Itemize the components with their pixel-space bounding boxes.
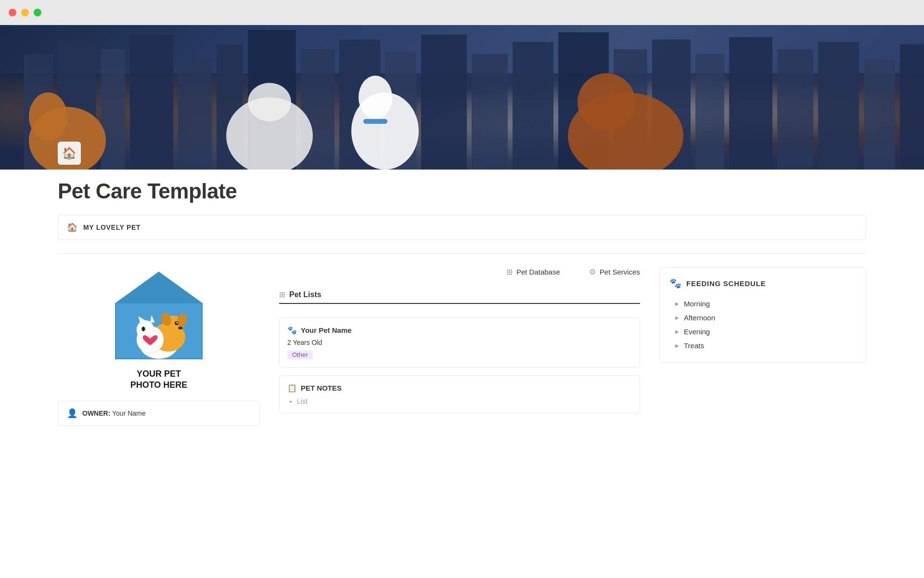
pet-card-age: 2 Years Old <box>287 339 632 346</box>
three-col-layout: YOUR PET PHOTO HERE 👤 OWNER: Your Name ⊞… <box>58 267 866 426</box>
nav-bar: 🏠 MY LOVELY PET <box>58 215 866 240</box>
feeding-arrow-morning: ▶ <box>675 301 679 306</box>
pet-photo-label: YOUR PET PHOTO HERE <box>130 368 188 391</box>
pet-card-icon: 🐾 <box>287 326 297 335</box>
svg-rect-13 <box>513 42 553 170</box>
feeding-arrow-treats: ▶ <box>675 343 679 348</box>
svg-rect-18 <box>729 37 772 170</box>
feeding-item-morning[interactable]: ▶ Morning <box>669 297 856 311</box>
pet-lists-title: Pet Lists <box>289 290 321 299</box>
svg-rect-17 <box>695 54 724 170</box>
svg-rect-21 <box>864 59 895 170</box>
svg-point-31 <box>578 73 635 131</box>
svg-point-40 <box>177 322 178 324</box>
feeding-item-treats[interactable]: ▶ Treats <box>669 339 856 353</box>
nav-label: MY LOVELY PET <box>83 223 141 231</box>
feeding-items-list: ▶ Morning ▶ Afternoon ▶ Evening ▶ Treats <box>669 297 856 353</box>
minimize-button[interactable] <box>21 9 29 16</box>
pet-card-name[interactable]: Your Pet Name <box>301 326 352 334</box>
pet-lists-header: ⊞ Pet Lists <box>279 290 640 304</box>
feeding-label-treats: Treats <box>684 342 704 350</box>
left-column: YOUR PET PHOTO HERE 👤 OWNER: Your Name <box>58 267 260 426</box>
svg-rect-12 <box>472 54 508 170</box>
svg-rect-3 <box>101 49 125 170</box>
right-column: 🐾 FEEDING SCHEDULE ▶ Morning ▶ Afternoon… <box>659 267 866 363</box>
pet-notes-icon: 📋 <box>287 383 297 393</box>
svg-rect-20 <box>818 42 859 170</box>
pet-database-link[interactable]: ⊞ Pet Database <box>506 267 560 276</box>
services-link-label: Pet Services <box>600 268 640 276</box>
nav-home-icon: 🏠 <box>67 222 77 233</box>
feeding-schedule-card: 🐾 FEEDING SCHEDULE ▶ Morning ▶ Afternoon… <box>659 267 866 363</box>
svg-rect-11 <box>421 35 467 170</box>
pet-notes-list: List <box>287 397 632 405</box>
page-title: Pet Care Template <box>58 179 866 203</box>
section-divider <box>58 253 866 254</box>
window-chrome <box>0 0 924 25</box>
hero-illustration <box>0 25 924 170</box>
svg-point-41 <box>178 327 183 329</box>
pet-lists-icon: ⊞ <box>279 290 285 299</box>
pet-photo-container: YOUR PET PHOTO HERE <box>58 267 260 391</box>
svg-rect-5 <box>178 59 212 170</box>
svg-rect-29 <box>363 119 387 124</box>
pet-notes-title: PET NOTES <box>301 384 342 392</box>
svg-marker-33 <box>116 272 202 303</box>
svg-rect-19 <box>777 49 813 170</box>
pet-notes-header: 📋 PET NOTES <box>287 383 632 393</box>
svg-rect-4 <box>130 35 173 170</box>
pet-notes-list-item: List <box>297 397 632 405</box>
database-icon: ⊞ <box>506 267 513 276</box>
pet-card-name-row: 🐾 Your Pet Name <box>287 326 632 335</box>
feeding-arrow-afternoon: ▶ <box>675 315 679 320</box>
feeding-item-afternoon[interactable]: ▶ Afternoon <box>669 311 856 325</box>
close-button[interactable] <box>9 9 16 16</box>
middle-column: ⊞ Pet Database ⚙ Pet Services ⊞ Pet List… <box>279 267 640 413</box>
svg-point-28 <box>359 76 392 119</box>
maximize-button[interactable] <box>34 9 41 16</box>
owner-card: 👤 OWNER: Your Name <box>58 401 260 426</box>
svg-point-47 <box>142 327 144 331</box>
owner-icon: 👤 <box>67 408 77 419</box>
database-link-label: Pet Database <box>516 268 560 276</box>
feeding-title: FEEDING SCHEDULE <box>686 279 766 288</box>
services-icon: ⚙ <box>589 267 596 276</box>
page-icon-banner: 🏠 <box>58 142 81 165</box>
feeding-label-evening: Evening <box>684 328 710 336</box>
owner-text: OWNER: Your Name <box>82 409 146 417</box>
hero-banner: 🏠 <box>0 25 924 170</box>
svg-rect-22 <box>900 44 924 170</box>
feeding-header: 🐾 FEEDING SCHEDULE <box>669 277 856 289</box>
pet-services-link[interactable]: ⚙ Pet Services <box>589 267 640 276</box>
svg-point-24 <box>29 92 67 141</box>
feeding-arrow-evening: ▶ <box>675 329 679 334</box>
pet-notes-card: 📋 PET NOTES List <box>279 375 640 413</box>
svg-point-26 <box>248 83 291 121</box>
top-links-row: ⊞ Pet Database ⚙ Pet Services <box>279 267 640 276</box>
pet-badge: Other <box>287 350 313 359</box>
feeding-label-morning: Morning <box>684 300 710 308</box>
feeding-label-afternoon: Afternoon <box>684 314 715 322</box>
feeding-item-evening[interactable]: ▶ Evening <box>669 325 856 339</box>
feeding-icon: 🐾 <box>669 277 681 289</box>
pet-illustration <box>111 267 207 364</box>
pet-card: 🐾 Your Pet Name 2 Years Old Other <box>279 317 640 368</box>
main-content: Pet Care Template 🏠 MY LOVELY PET <box>0 170 924 455</box>
